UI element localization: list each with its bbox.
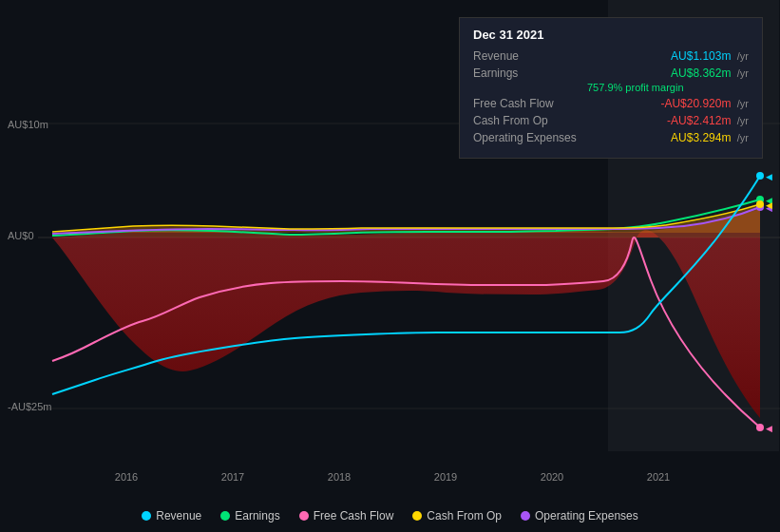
legend-item-opex[interactable]: Operating Expenses <box>521 509 638 522</box>
tooltip-value-fcf: -AU$20.920m /yr <box>660 97 749 110</box>
legend-item-revenue[interactable]: Revenue <box>142 509 201 522</box>
svg-text:◀: ◀ <box>766 424 772 433</box>
x-label-2019: 2019 <box>434 471 457 483</box>
legend-label-earnings: Earnings <box>235 509 279 522</box>
y-label-bottom: -AU$25m <box>8 401 51 412</box>
legend-dot-opex <box>521 511 530 521</box>
tooltip-row-revenue: Revenue AU$1.103m /yr <box>473 49 749 63</box>
legend-label-opex: Operating Expenses <box>535 509 638 522</box>
tooltip-row-cashfromop: Cash From Op -AU$2.412m /yr <box>473 114 749 127</box>
legend-item-fcf[interactable]: Free Cash Flow <box>299 509 394 522</box>
svg-text:◀: ◀ <box>766 172 772 181</box>
tooltip-value-cashfromop: -AU$2.412m /yr <box>667 114 749 127</box>
tooltip-label-revenue: Revenue <box>473 49 587 63</box>
legend-label-revenue: Revenue <box>156 509 201 522</box>
x-label-2018: 2018 <box>328 471 351 483</box>
legend-item-cashfromop[interactable]: Cash From Op <box>412 509 502 522</box>
tooltip-row-earnings: Earnings AU$8.362m /yr <box>473 66 749 80</box>
tooltip-row-opex: Operating Expenses AU$3.294m /yr <box>473 131 749 144</box>
legend-dot-cashfromop <box>412 511 422 521</box>
legend-label-cashfromop: Cash From Op <box>427 509 502 522</box>
tooltip-value-revenue: AU$1.103m /yr <box>671 49 749 63</box>
x-label-2017: 2017 <box>221 471 244 483</box>
tooltip-value-opex: AU$3.294m /yr <box>671 131 749 144</box>
tooltip-label-opex: Operating Expenses <box>473 131 587 144</box>
x-label-2021: 2021 <box>647 471 670 483</box>
svg-text:◀: ◀ <box>766 200 772 210</box>
legend-item-earnings[interactable]: Earnings <box>220 509 279 522</box>
y-label-mid: AU$0 <box>8 230 34 241</box>
svg-point-7 <box>756 424 764 431</box>
legend-dot-fcf <box>299 511 309 521</box>
tooltip-value-earnings: AU$8.362m /yr <box>671 66 749 80</box>
legend-dot-revenue <box>142 511 151 521</box>
chart-legend: Revenue Earnings Free Cash Flow Cash Fro… <box>0 509 780 522</box>
tooltip-title: Dec 31 2021 <box>473 28 749 42</box>
tooltip-profit-margin: 757.9% profit margin <box>473 82 749 93</box>
data-tooltip: Dec 31 2021 Revenue AU$1.103m /yr Earnin… <box>459 17 763 159</box>
tooltip-label-earnings: Earnings <box>473 66 587 80</box>
svg-point-3 <box>756 172 764 180</box>
legend-dot-earnings <box>220 511 230 521</box>
tooltip-label-fcf: Free Cash Flow <box>473 97 587 110</box>
y-label-top: AU$10m <box>8 119 48 130</box>
legend-label-fcf: Free Cash Flow <box>314 509 394 522</box>
x-label-2016: 2016 <box>115 471 138 483</box>
tooltip-label-cashfromop: Cash From Op <box>473 114 587 127</box>
tooltip-row-fcf: Free Cash Flow -AU$20.920m /yr <box>473 97 749 110</box>
x-label-2020: 2020 <box>541 471 563 483</box>
svg-point-6 <box>756 200 764 208</box>
